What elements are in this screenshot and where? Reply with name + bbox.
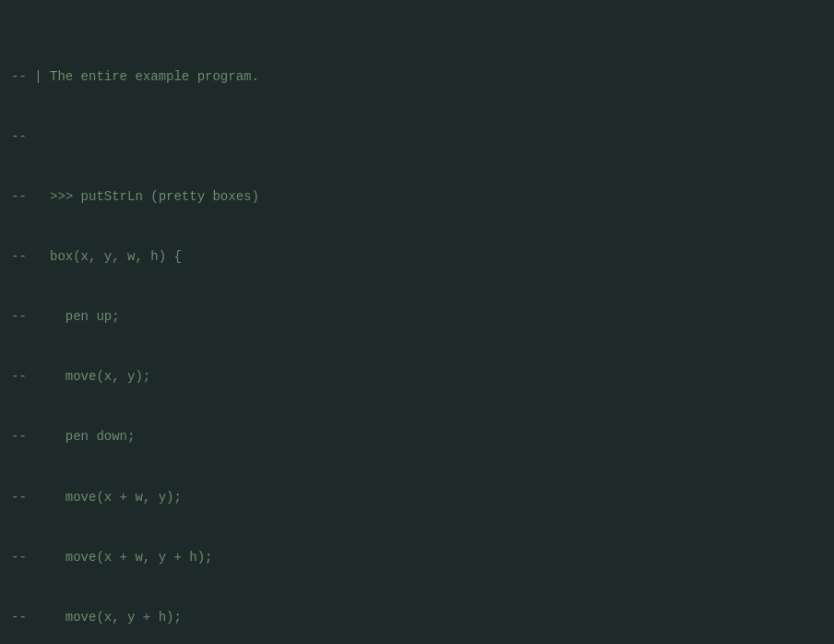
line-9: -- move(x + w, y + h); (0, 548, 834, 568)
line-3: -- >>> putStrLn (pretty boxes) (0, 187, 834, 208)
line-6: -- move(x, y); (0, 367, 834, 388)
code-editor: -- | The entire example program. -- -- >… (0, 0, 834, 644)
line-5: -- pen up; (0, 307, 834, 328)
line-4: -- box(x, y, w, h) { (0, 247, 834, 268)
line-8: -- move(x + w, y); (0, 488, 834, 508)
line-7: -- pen down; (0, 427, 834, 447)
line-10: -- move(x, y + h); (0, 608, 834, 628)
line-1: -- | The entire example program. (0, 67, 834, 88)
line-2: -- (0, 127, 834, 148)
